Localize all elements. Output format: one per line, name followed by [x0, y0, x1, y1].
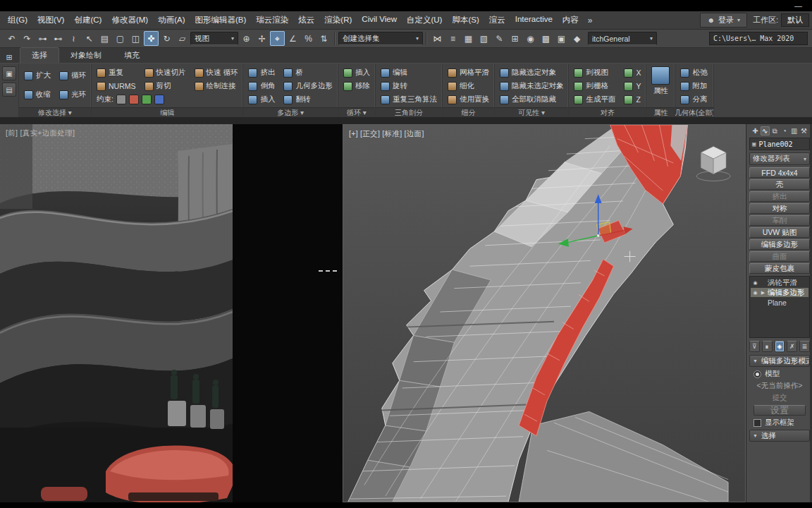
ribbon-config-icon[interactable]: ▤ [2, 83, 16, 97]
ribbon-button[interactable]: 快速切片 [144, 66, 186, 79]
render-production-icon[interactable]: ◆ [570, 31, 584, 46]
ribbon-button[interactable]: 编辑 [381, 66, 437, 79]
utilities-tab-icon[interactable]: ⚒ [799, 126, 808, 135]
modifier-preset-button[interactable]: FFD 4x4x4 [749, 167, 810, 178]
unlink-selection-icon[interactable]: ⊷ [51, 31, 66, 46]
ribbon-button[interactable]: 重复三角算法 [381, 93, 437, 106]
menu-item[interactable]: 视图(V) [32, 15, 69, 25]
ribbon-group-label[interactable]: 属性 [646, 107, 675, 117]
viewport-label[interactable]: [前] [真实+边面处理] [6, 128, 75, 138]
show-cage-checkbox[interactable]: 显示框架 [749, 418, 810, 428]
use-pivot-center-icon[interactable]: ⊕ [239, 31, 254, 46]
ribbon-button[interactable]: 隐藏选定对象 [500, 66, 564, 79]
ribbon-button[interactable]: 光环 [59, 85, 86, 104]
curve-editor-icon[interactable]: ✎ [492, 31, 507, 46]
ribbon-button[interactable]: Z [624, 93, 641, 106]
ribbon-button[interactable]: 属性 [651, 66, 670, 92]
spinner-snap-icon[interactable]: ⇅ [316, 31, 331, 46]
constraint-normal-icon[interactable] [154, 95, 164, 104]
minimize-button[interactable]: — [794, 2, 802, 9]
menu-item[interactable]: 渲云 [484, 15, 510, 25]
ribbon-group-label[interactable]: 对齐 [569, 107, 646, 117]
display-tab-icon[interactable]: ▥ [789, 126, 799, 135]
select-and-move-icon[interactable]: ✜ [144, 31, 159, 46]
modifier-preset-button[interactable]: UVW 贴图 [749, 227, 810, 238]
modifier-preset-button[interactable]: 蒙皮包裹 [749, 263, 810, 274]
modify-tab-icon[interactable]: ∿ [761, 126, 770, 135]
constraint-none-icon[interactable] [116, 95, 126, 104]
motion-tab-icon[interactable]: ◔ [780, 126, 789, 135]
login-dropdown[interactable]: ☻ 登录 ▾ [700, 13, 747, 28]
menu-item[interactable]: 动画(A) [153, 15, 190, 25]
menu-item[interactable]: 炫云 [293, 15, 319, 25]
settings-button[interactable]: 设置 [753, 405, 806, 416]
viewport-label[interactable]: [+] [正交] [标准] [边面] [349, 129, 424, 139]
workspace-selector[interactable]: 工作区: 默认 [753, 13, 809, 27]
object-name-field[interactable]: ▣ Plane002 [749, 138, 810, 150]
ribbon-button[interactable]: 生成平面 [574, 93, 615, 106]
ribbon-button[interactable]: 附加 [680, 80, 708, 92]
rollout-edit-poly-mode[interactable]: ▼ 编辑多边形模式 [749, 355, 810, 367]
ribbon-button[interactable]: 隐藏未选定对象 [500, 80, 564, 92]
configure-modifier-sets-icon[interactable]: ≣ [799, 341, 810, 352]
modifier-stack-item[interactable]: ◉ ▶ 涡轮平滑 [751, 278, 808, 287]
left-viewport-canvas[interactable]: [前] [真实+边面处理] [0, 124, 343, 502]
ribbon-button[interactable]: 倒角 [248, 80, 275, 92]
layer-manager-icon[interactable]: ▦ [461, 31, 476, 46]
ribbon-button[interactable]: 移除 [343, 80, 370, 92]
ribbon-button[interactable]: 循环 [59, 66, 86, 85]
ribbon-group-label[interactable]: 几何体(全部) [675, 107, 713, 117]
ribbon-button[interactable]: 松弛 [680, 66, 708, 79]
ribbon-button[interactable]: 剪切 [144, 80, 186, 92]
select-and-scale-icon[interactable]: ▱ [175, 31, 190, 46]
ribbon-tab-object-paint[interactable]: 对象绘制 [59, 48, 113, 63]
ribbon-button[interactable]: 到视图 [574, 66, 615, 79]
general-switch-combo[interactable]: itchGeneral ▾ [588, 32, 657, 45]
ribbon-preview-icon[interactable]: ▣ [2, 66, 16, 80]
select-by-name-icon[interactable]: ▤ [97, 31, 112, 46]
graphite-ribbon-icon[interactable]: ▧ [476, 31, 491, 46]
bind-to-space-warp-icon[interactable]: ≀ [66, 31, 81, 46]
modifier-stack-item[interactable]: ◉ ▶ 编辑多边形 [751, 288, 808, 297]
menu-item[interactable]: 修改器(M) [106, 15, 153, 25]
select-and-link-icon[interactable]: ⊶ [35, 31, 50, 46]
ribbon-group-label[interactable]: 三角剖分 [376, 107, 442, 117]
project-path-field[interactable]: C:\Users\… Max 2020 [709, 32, 808, 45]
ribbon-button[interactable]: 旋转 [381, 80, 437, 92]
menu-item[interactable]: Interactive [510, 15, 558, 25]
window-crossing-icon[interactable]: ◫ [128, 31, 143, 46]
ribbon-menu-icon[interactable]: ⊞ [3, 52, 16, 63]
modifier-stack-item[interactable]: ◉ ▶ Plane [751, 298, 808, 307]
align-icon[interactable]: ≡ [445, 31, 460, 46]
ribbon-button[interactable]: 全部取消隐藏 [500, 93, 564, 106]
mirror-icon[interactable]: ⋈ [430, 31, 445, 46]
ribbon-group-label[interactable]: 编辑 [92, 107, 242, 117]
rectangular-selection-region-icon[interactable]: ▢ [113, 31, 128, 46]
ribbon-button[interactable]: 快速 循环 [195, 66, 238, 79]
ribbon-group-label[interactable]: 多边形 ▾ [243, 107, 338, 117]
modifier-preset-button[interactable]: 曲面 [749, 251, 810, 262]
visibility-eye-icon[interactable]: ◉ [752, 280, 758, 286]
ribbon-button[interactable]: 细化 [448, 80, 489, 92]
modifier-preset-button[interactable]: 车削 [749, 215, 810, 226]
modifier-list-dropdown[interactable]: 修改器列表 ▾ [749, 152, 810, 165]
main-viewport-canvas[interactable]: [+] [正交] [标准] [边面] [343, 124, 746, 502]
ribbon-group-label[interactable]: 循环 ▾ [338, 107, 375, 117]
workspace-value[interactable]: 默认 [781, 13, 809, 27]
create-tab-icon[interactable]: ✚ [751, 126, 760, 135]
hierarchy-tab-icon[interactable]: ⧉ [770, 126, 780, 135]
redo-icon[interactable]: ↷ [20, 31, 35, 46]
menu-item[interactable]: 渲染(R) [319, 15, 357, 25]
expander-icon[interactable]: ▶ [760, 290, 766, 296]
angle-snap-icon[interactable]: ∠ [285, 31, 300, 46]
modifier-preset-button[interactable]: 壳 [749, 179, 810, 190]
ribbon-group-label[interactable]: 修改选择 ▾ [19, 107, 91, 117]
ribbon-button[interactable]: 收缩 [24, 85, 51, 104]
ribbon-button[interactable]: 网格平滑 [448, 66, 489, 79]
select-and-rotate-icon[interactable]: ↻ [159, 31, 174, 46]
menu-item[interactable]: 自定义(U) [402, 15, 447, 25]
named-selection-set-combo[interactable]: 创建选择集 ▾ [338, 32, 423, 45]
ribbon-button[interactable]: 插入 [248, 93, 275, 106]
snaps-toggle-icon[interactable]: ⌖ [270, 31, 285, 46]
menu-overflow-chevron[interactable]: » [584, 16, 597, 25]
